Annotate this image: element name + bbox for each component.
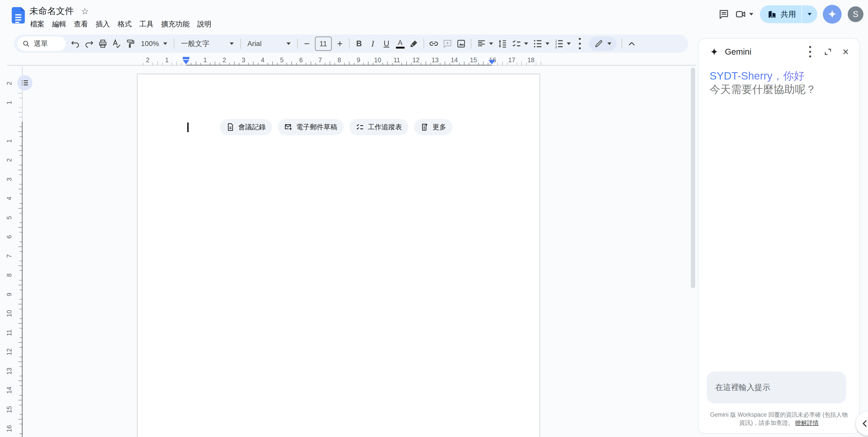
comments-button[interactable]: [714, 5, 734, 24]
bold-label: B: [356, 39, 362, 48]
ruler-number: 14: [6, 387, 13, 394]
star-icon[interactable]: ☆: [81, 7, 89, 16]
ruler-number: 1: [6, 101, 13, 105]
suggestion-chip-more[interactable]: 更多: [414, 119, 453, 135]
right-indent-marker[interactable]: [489, 60, 495, 64]
font-size-input[interactable]: 11: [315, 37, 332, 51]
underline-label: U: [383, 39, 389, 48]
menu-item-format[interactable]: 格式: [114, 18, 135, 30]
document-page[interactable]: 會議記錄電子郵件草稿工作追蹤表更多: [137, 74, 540, 437]
menu-item-extensions[interactable]: 擴充功能: [157, 18, 193, 30]
left-indent-marker[interactable]: [183, 60, 189, 64]
share-dropdown[interactable]: [802, 5, 817, 23]
ruler-number: 11: [394, 56, 400, 64]
chevron-down-icon: [607, 42, 611, 45]
ruler-number: 10: [6, 310, 13, 317]
gemini-launch-button[interactable]: [823, 5, 842, 24]
paint-format-button[interactable]: [124, 37, 137, 51]
ruler-number: 15: [470, 56, 477, 64]
ruler-number: 9: [6, 293, 13, 296]
style-value: 一般文字: [181, 39, 209, 49]
gemini-close-button[interactable]: ×: [839, 45, 853, 59]
gemini-expand-button[interactable]: [821, 45, 835, 59]
print-button[interactable]: [96, 37, 110, 51]
suggestion-chip-task-tracker[interactable]: 工作追蹤表: [349, 119, 408, 135]
ruler-number: 1: [204, 56, 207, 64]
menu-item-tools[interactable]: 工具: [135, 18, 157, 30]
add-comment-button[interactable]: [441, 37, 454, 51]
line-spacing-button[interactable]: [496, 37, 509, 51]
align-select[interactable]: [474, 37, 495, 51]
chip-label: 更多: [432, 122, 446, 132]
menu-item-file[interactable]: 檔案: [26, 18, 48, 30]
divider: [349, 39, 349, 49]
underline-button[interactable]: U: [380, 37, 393, 51]
gemini-greeting-name: SYDT-Sherry，你好: [710, 69, 849, 83]
zoom-select[interactable]: 100%: [137, 37, 171, 51]
increase-font-size-button[interactable]: [335, 37, 345, 51]
gemini-prompt-input[interactable]: 在這裡輸入提示: [707, 372, 846, 404]
document-tabs-button[interactable]: [17, 75, 32, 90]
gemini-prompt-placeholder: 在這裡輸入提示: [715, 382, 770, 393]
chip-label: 會議記錄: [238, 122, 266, 132]
menu-item-edit[interactable]: 編輯: [48, 18, 70, 30]
ruler-number: 8: [6, 273, 13, 277]
chevron-down-icon: [546, 42, 550, 45]
learn-more-link[interactable]: 瞭解詳情: [796, 419, 819, 426]
first-line-indent-marker[interactable]: [183, 57, 189, 59]
gemini-disclaimer-text: Gemini 版 Workspace 回覆的資訊未必準確 (包括人物資訊)，請多…: [710, 411, 848, 426]
insert-image-button[interactable]: [455, 37, 468, 51]
text-color-button[interactable]: A: [394, 37, 407, 51]
suggestion-chip-email-draft[interactable]: 電子郵件草稿: [278, 119, 344, 135]
text-color-label: A: [398, 39, 403, 46]
menu-item-view[interactable]: 查看: [70, 18, 92, 30]
font-size-value: 11: [319, 40, 327, 48]
menu-bar: 檔案編輯查看插入格式工具擴充功能說明: [26, 18, 215, 30]
divider: [424, 39, 424, 49]
font-select[interactable]: Arial: [244, 37, 294, 51]
insert-link-button[interactable]: [427, 37, 440, 51]
redo-button[interactable]: [83, 37, 96, 51]
ruler-number: 9: [357, 56, 361, 64]
ruler-number: 8: [338, 56, 341, 64]
avatar[interactable]: S: [848, 6, 863, 22]
undo-button[interactable]: [69, 37, 82, 51]
avatar-letter: S: [853, 9, 858, 19]
share-main-segment[interactable]: 共用: [760, 5, 802, 23]
chevron-down-icon: [524, 42, 528, 45]
bold-button[interactable]: B: [352, 37, 366, 51]
ruler-number: 3: [242, 56, 245, 64]
suggestion-chip-meeting-notes[interactable]: 會議記錄: [220, 119, 272, 135]
join-call-button[interactable]: [735, 8, 753, 20]
document-scrollbar[interactable]: [691, 67, 695, 288]
checklist-select[interactable]: [509, 37, 530, 51]
ruler-number: 6: [6, 235, 13, 239]
ruler-number: 10: [374, 56, 381, 64]
hide-menus-button[interactable]: [625, 37, 638, 51]
share-button[interactable]: 共用: [760, 5, 817, 23]
document-title[interactable]: 未命名文件: [29, 5, 74, 17]
chevron-down-icon: [567, 42, 571, 45]
spellcheck-button[interactable]: [110, 37, 123, 51]
ruler-number: 15: [6, 406, 13, 413]
highlight-color-button[interactable]: [407, 37, 421, 51]
numbered-list-select[interactable]: 1 2 3: [552, 37, 573, 51]
docs-logo[interactable]: [12, 7, 25, 25]
paragraph-style-select[interactable]: 一般文字: [177, 37, 237, 51]
checklist-icon: [355, 123, 364, 132]
menu-item-insert[interactable]: 插入: [92, 18, 114, 30]
menus-search-button[interactable]: 選單: [18, 37, 66, 51]
menu-item-help[interactable]: 說明: [193, 18, 215, 30]
gemini-greeting-question: 今天需要什麼協助呢？: [710, 83, 849, 96]
text-cursor: [187, 122, 189, 132]
gemini-more-options-button[interactable]: •••: [803, 45, 817, 59]
decrease-font-size-button[interactable]: [302, 37, 312, 51]
ruler-number: 7: [318, 56, 322, 64]
italic-button[interactable]: I: [366, 37, 379, 51]
editing-mode-select[interactable]: [589, 37, 617, 51]
gemini-panel-title: Gemini: [725, 47, 751, 57]
close-icon: ×: [843, 47, 849, 57]
menus-search-label: 選單: [34, 39, 48, 49]
bullet-list-select[interactable]: [531, 37, 552, 51]
more-options-button[interactable]: •••: [574, 37, 587, 51]
